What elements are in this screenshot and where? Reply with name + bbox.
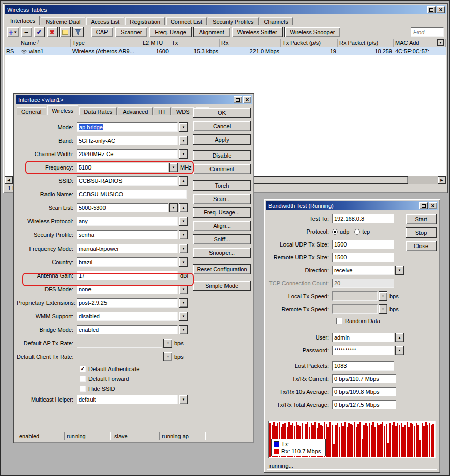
align-button[interactable]: Align... xyxy=(193,221,251,231)
find-input[interactable] xyxy=(411,27,444,37)
col-flags[interactable] xyxy=(5,39,19,47)
torch-button[interactable]: Torch xyxy=(193,180,251,191)
scan-button[interactable]: Scan... xyxy=(193,194,251,204)
comment-button[interactable]: Comment xyxy=(193,164,251,174)
proprietary-extensions-dropdown-button[interactable]: ▼ xyxy=(179,298,188,308)
band-dropdown-button[interactable]: ▼ xyxy=(179,136,188,145)
tab-advanced[interactable]: Advanced xyxy=(118,107,153,115)
direction-input[interactable]: receive xyxy=(332,266,394,275)
tab-wireless[interactable]: Wireless xyxy=(47,105,78,115)
radio-name-input[interactable]: CCBSU-MUSICO xyxy=(77,190,187,199)
disable-button[interactable]: Disable xyxy=(193,150,251,161)
ssid-input[interactable]: CCBSU-RADIOS xyxy=(77,176,178,186)
wireless-protocol-dropdown-button[interactable]: ▼ xyxy=(179,217,188,226)
col-tx-packet[interactable]: Tx Packet (p/s) xyxy=(281,39,338,47)
freq-usage-button[interactable]: Freq. Usage... xyxy=(193,207,251,218)
wireless-protocol-input[interactable]: any xyxy=(77,217,178,226)
col-rx-packet[interactable]: Rx Packet (p/s) xyxy=(338,39,394,47)
dfs-mode-dropdown-button[interactable]: ▼ xyxy=(179,285,188,294)
user-collapse-button[interactable]: ▲ xyxy=(395,333,404,342)
bridge-mode-dropdown-button[interactable]: ▼ xyxy=(179,325,188,334)
interface-dialog-titlebar[interactable]: Interface <wlan1> × xyxy=(16,95,252,104)
tab-ht[interactable]: HT xyxy=(154,107,171,115)
direction-dropdown-button[interactable]: ▼ xyxy=(395,266,404,275)
tab-channels[interactable]: Channels xyxy=(260,17,293,25)
close-button[interactable]: × xyxy=(429,202,437,209)
band-input[interactable]: 5GHz-only-AC xyxy=(77,136,178,145)
scanner-button[interactable]: Scanner xyxy=(115,27,147,37)
col-type[interactable]: Type xyxy=(71,39,141,47)
maximize-button[interactable] xyxy=(419,202,428,209)
default-authenticate-checkbox[interactable] xyxy=(80,366,86,372)
security-profile-dropdown-button[interactable]: ▼ xyxy=(179,230,188,239)
security-profile-input[interactable]: senha xyxy=(77,230,178,239)
multicast-helper-dropdown-button[interactable]: ▼ xyxy=(179,395,188,404)
country-dropdown-button[interactable]: ▼ xyxy=(179,257,188,267)
close-button[interactable]: Close xyxy=(406,241,437,251)
frequency-mode-dropdown-button[interactable]: ▼ xyxy=(179,244,188,253)
scroll-right-button[interactable]: ▶ xyxy=(438,176,446,184)
wmm-support-dropdown-button[interactable]: ▼ xyxy=(179,312,188,321)
stop-button[interactable]: Stop xyxy=(406,227,437,238)
bridge-mode-input[interactable]: enabled xyxy=(77,325,178,334)
table-row[interactable]: RS wlan1 Wireless (Atheros AR9... 1600 1… xyxy=(5,47,446,55)
alignment-button[interactable]: Alignment xyxy=(193,27,230,37)
mode-input[interactable]: ap bridge xyxy=(77,122,178,132)
dfs-mode-input[interactable]: none xyxy=(77,285,178,294)
tab-access-list[interactable]: Access List xyxy=(86,17,125,25)
tab-security-profiles[interactable]: Security Profiles xyxy=(208,17,258,25)
ok-button[interactable]: OK xyxy=(193,108,251,118)
wireless-snooper-button[interactable]: Wireless Snooper xyxy=(284,27,341,37)
tab-nstreme-dual[interactable]: Nstreme Dual xyxy=(41,17,85,25)
tab-registration[interactable]: Registration xyxy=(125,17,165,25)
bandwidth-dialog-titlebar[interactable]: Bandwidth Test (Running) × xyxy=(266,201,438,210)
protocol-udp-radio[interactable] xyxy=(332,229,338,235)
channel-width-input[interactable]: 20/40MHz Ce xyxy=(77,149,178,159)
country-input[interactable]: brazil xyxy=(77,257,178,267)
col-mac[interactable]: MAC Add▼ xyxy=(394,39,446,47)
freq-usage-button[interactable]: Freq. Usage xyxy=(149,27,192,37)
scan-list-input[interactable]: 5000-5300 xyxy=(77,203,168,212)
remote-udp-tx-size-input[interactable]: 1500 xyxy=(332,253,394,262)
mode-dropdown-button[interactable]: ▼ xyxy=(179,122,188,132)
maximize-button[interactable] xyxy=(427,6,436,13)
add-button[interactable]: +▼ xyxy=(7,27,19,37)
close-button[interactable]: × xyxy=(243,96,251,103)
hide-ssid-checkbox[interactable] xyxy=(80,386,86,392)
col-name[interactable]: Name/ xyxy=(19,39,71,47)
scroll-left-button[interactable]: ◀ xyxy=(5,176,13,184)
close-button[interactable]: × xyxy=(437,6,445,13)
comment-button[interactable] xyxy=(59,27,71,37)
antenna-gain-input[interactable]: 17 xyxy=(77,271,178,280)
test-to-input[interactable]: 192.168.0.8 xyxy=(332,214,394,223)
user-input[interactable]: admin xyxy=(332,333,394,342)
channel-width-dropdown-button[interactable]: ▼ xyxy=(179,149,188,159)
sniff-button[interactable]: Sniff... xyxy=(193,234,251,244)
scan-list-collapse-button[interactable]: ▲ xyxy=(179,203,188,212)
multicast-helper-input[interactable]: default xyxy=(77,395,178,404)
random-data-checkbox[interactable] xyxy=(336,318,342,324)
frequency-input[interactable]: 5180 xyxy=(77,163,168,172)
frequency-mode-input[interactable]: manual-txpower xyxy=(77,244,178,253)
wmm-support-input[interactable]: disabled xyxy=(77,312,178,321)
filter-button[interactable] xyxy=(72,27,84,37)
column-filter-button[interactable]: ▼ xyxy=(437,39,444,46)
proprietary-extensions-input[interactable]: post-2.9.25 xyxy=(77,298,178,308)
protocol-tcp-radio[interactable] xyxy=(354,229,360,235)
reset-configuration-button[interactable]: Reset Configuration xyxy=(193,264,251,274)
ssid-collapse-button[interactable]: ▲ xyxy=(179,176,188,186)
local-udp-tx-size-input[interactable]: 1500 xyxy=(332,240,394,249)
wireless-sniffer-button[interactable]: Wireless Sniffer xyxy=(232,27,283,37)
tab-wds[interactable]: WDS xyxy=(172,107,194,115)
snooper-button[interactable]: Snooper... xyxy=(193,248,251,258)
col-rx[interactable]: Rx xyxy=(220,39,281,47)
tab-interfaces[interactable]: Interfaces xyxy=(6,16,40,25)
enable-button[interactable]: ✔ xyxy=(34,27,45,37)
password-collapse-button[interactable]: ▲ xyxy=(395,346,404,355)
frequency-dropdown-button[interactable]: ▼ xyxy=(169,163,178,172)
tab-connect-list[interactable]: Connect List xyxy=(166,17,207,25)
tab-data-rates[interactable]: Data Rates xyxy=(79,107,117,115)
scan-list-dropdown-button[interactable]: ▼ xyxy=(169,203,178,212)
col-tx[interactable]: Tx xyxy=(170,39,220,47)
wireless-tables-titlebar[interactable]: Wireless Tables × xyxy=(5,5,446,14)
